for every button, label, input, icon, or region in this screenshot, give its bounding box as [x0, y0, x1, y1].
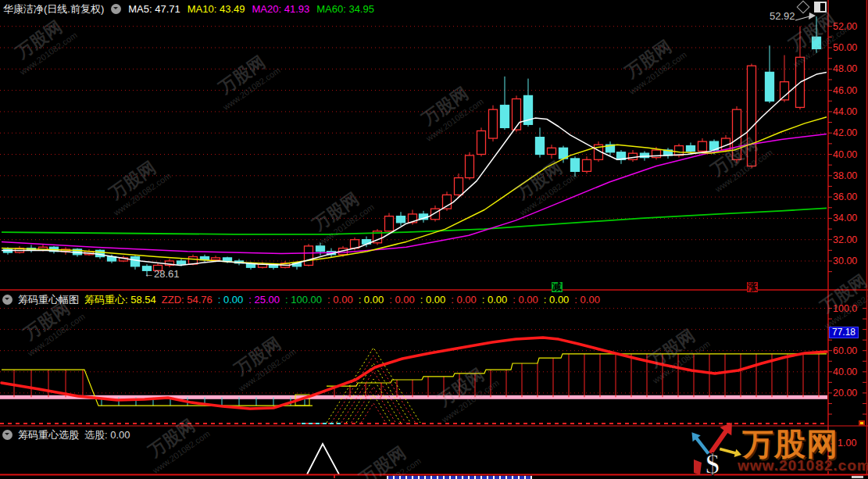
ma-values: MA5: 47.71MA10: 43.49MA20: 41.93MA60: 34… — [128, 3, 381, 15]
price-axis-label: 34.00 — [833, 213, 857, 223]
price-axis-label: 52.00 — [833, 22, 857, 32]
selector-panel-title: 筹码重心选股 — [18, 429, 79, 441]
watermark: 万股网www.201082.com — [614, 30, 688, 96]
ma-label: MA20: 41.93 — [252, 3, 310, 15]
collapse-chevron-icon[interactable] — [111, 4, 121, 14]
watermark: 万股网www.201082.com — [411, 77, 485, 143]
selector-panel-header: 筹码重心选股选股: 0.00 — [2, 428, 136, 442]
watermark: 万股网www.201082.com — [427, 359, 501, 424]
watermark: 万股网www.201082.com — [138, 409, 212, 475]
watermark: 万股网www.201082.com — [809, 265, 868, 331]
indicator-value: 筹码重心: 58.54 — [84, 294, 156, 306]
indicator-value: : 0.00 — [218, 294, 244, 306]
watermark: 万股网www.201082.com — [302, 183, 376, 248]
indicator-axis-label: 20.00 — [833, 388, 857, 399]
indicator-value: : 0.00 — [451, 294, 477, 306]
price-axis-label: 42.00 — [833, 128, 857, 138]
indicator-value: : 0.00 — [327, 294, 353, 306]
selector-value: 选股: 0.00 — [84, 429, 130, 441]
price-axis-label: 30.00 — [833, 256, 857, 266]
watermark: 万股网www.201082.com — [5, 11, 79, 77]
indicator-axis-label: 40.00 — [833, 367, 857, 377]
indicator-value: : 0.00 — [482, 294, 508, 306]
window-controls — [798, 2, 827, 13]
indicator-values: 筹码重心: 58.54ZZD: 54.76: 0.00: 25.00: 100.… — [84, 294, 605, 306]
indicator-value: : 25.00 — [248, 294, 280, 306]
scrollbar-fragment[interactable] — [852, 476, 863, 478]
watermark: 万股网www.201082.com — [208, 46, 282, 112]
indicator-value: : 0.00 — [513, 294, 538, 306]
indicator-value: : 0.00 — [420, 294, 446, 306]
selector-axis-label: 1.00 — [838, 438, 856, 449]
ma-label: MA60: 34.95 — [316, 3, 374, 15]
stock-title: 华康洁净(日线.前复权) — [3, 3, 104, 15]
ma-label: MA5: 47.71 — [128, 3, 180, 15]
restore-window-icon[interactable] — [814, 2, 827, 13]
indicator-panel-header: 筹码重心幅图筹码重心: 58.54ZZD: 54.76: 0.00: 25.00… — [2, 293, 611, 307]
ma-label: MA10: 43.49 — [188, 3, 245, 15]
watermark-layer: 万股网www.201082.com万股网www.201082.com万股网www… — [0, 0, 868, 479]
watermark: 万股网www.201082.com — [700, 128, 774, 194]
rise-badge: 涨 — [747, 282, 758, 292]
indicator-value: ZZD: 54.76 — [162, 294, 213, 306]
indicator-value: : 0.00 — [544, 294, 570, 306]
indicator-axis-label: 60.00 — [833, 346, 857, 356]
app-window: $ 万股网www.201082.com万股网www.201082.com万股网w… — [0, 0, 868, 479]
price-axis-label: 38.00 — [833, 171, 857, 181]
watermark: 万股网www.201082.com — [223, 327, 298, 393]
watermark: 万股网www.201082.com — [638, 320, 712, 385]
high-annotation: 52.92 — [770, 10, 795, 22]
price-axis-label: 40.00 — [833, 150, 857, 160]
watermark: 万股网www.201082.com — [98, 152, 173, 217]
indicator-axis-label: 100.0 — [833, 304, 857, 314]
price-axis-label: 32.00 — [833, 235, 857, 245]
main-chart-header: 华康洁净(日线.前复权)MA5: 47.71MA10: 43.49MA20: 4… — [3, 2, 388, 16]
watermark: 万股网www.201082.com — [348, 437, 423, 479]
collapse-chevron-icon[interactable] — [2, 430, 13, 440]
indicator-panel-title: 筹码重心幅图 — [18, 294, 79, 306]
indicator-value-marker: 77.18 — [829, 327, 859, 338]
watermark: 万股网www.201082.com — [505, 152, 579, 217]
price-axis-label: 44.00 — [833, 107, 857, 117]
indicator-value: : 0.00 — [389, 294, 415, 306]
low-annotation: ←28.61 — [144, 268, 180, 280]
indicator-value: : 0.00 — [359, 294, 384, 306]
indicator-value: : 0.00 — [574, 294, 600, 306]
price-axis-label: 36.00 — [833, 192, 857, 202]
price-axis-label: 46.00 — [833, 86, 857, 96]
site-logo-url: www.201082.com — [738, 457, 868, 474]
status-strip — [387, 476, 532, 479]
price-axis-label: 50.00 — [833, 43, 857, 53]
indicator-value: : 100.00 — [285, 294, 322, 306]
price-axis-label: 48.00 — [833, 64, 857, 74]
decrease-badge: 减 — [552, 282, 563, 292]
collapse-chevron-icon[interactable] — [2, 295, 13, 305]
diamond-icon[interactable] — [797, 1, 810, 14]
